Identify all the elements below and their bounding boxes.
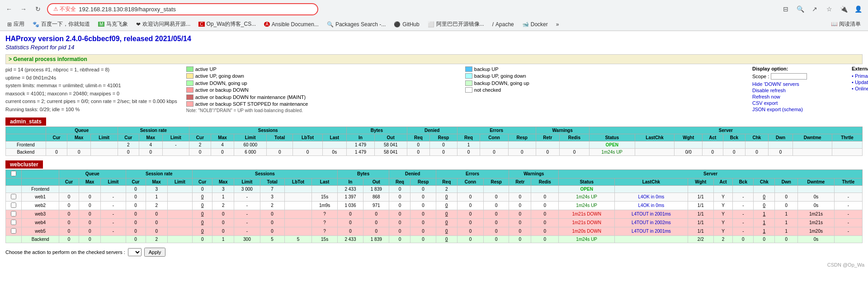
td-e-resp: 0 [484, 227, 509, 235]
json-export-link[interactable]: JSON export (schema) [752, 107, 843, 112]
td-act: Y [713, 193, 732, 201]
td-sr-cur: 0 [126, 218, 146, 227]
bookmark-baidu[interactable]: 🐾 百度一下，你就知道 [29, 19, 94, 29]
th-session-rate: Session rate [118, 127, 189, 134]
web5-checkbox[interactable] [11, 228, 16, 234]
td-status: 1m24s UP [589, 148, 635, 155]
td-q-lim [90, 141, 118, 148]
th-e-req: Req [436, 178, 457, 185]
td-d-req: 0 [389, 193, 410, 201]
address-input[interactable] [79, 6, 312, 13]
web3-checkbox[interactable] [11, 211, 16, 216]
td-d-req: 0 [389, 185, 410, 193]
proc-line-1: pid = 14 (process #1, nbproc = 1, nbthre… [5, 66, 177, 74]
td-status: 1m24s UP [559, 235, 615, 243]
td-cb[interactable] [6, 201, 22, 210]
updates-link[interactable]: • Updates (v2.4) [852, 80, 868, 85]
td-w-retr: 0 [509, 227, 531, 235]
primary-site-link[interactable]: • Primary site [852, 73, 868, 79]
td-s-lbtot [284, 193, 312, 201]
back-button[interactable]: ← [4, 4, 14, 14]
td-status: 1m24s UP [559, 193, 615, 201]
web1-checkbox[interactable] [11, 194, 16, 199]
bookmark-csdn[interactable]: C Op_Wa的博客_CS... [195, 19, 259, 29]
td-cb[interactable] [6, 227, 22, 235]
apache-icon: / [492, 21, 494, 28]
th-bck: Bck [723, 134, 745, 141]
td-act: 0 [703, 148, 723, 155]
forward-button[interactable]: → [18, 4, 29, 14]
td-e-req: 1 [457, 141, 480, 148]
bookmark-github[interactable]: ⚫ GitHub [390, 20, 423, 28]
td-cb[interactable] [6, 193, 22, 201]
select-all-checkbox[interactable] [11, 171, 16, 176]
th-e-conn: Conn [480, 134, 509, 141]
bookmark-netease[interactable]: ❤ 欢迎访问网易开源... [132, 19, 194, 29]
apply-button[interactable]: Apply [144, 248, 166, 257]
web2-checkbox[interactable] [11, 202, 16, 208]
action-select[interactable] [128, 248, 142, 256]
td-s-lim: - [234, 227, 260, 235]
hide-down-servers-link[interactable]: Hide 'DOWN' servers [752, 81, 843, 87]
profile-button[interactable]: 👤 [852, 3, 864, 15]
legend-note: Note: "NOLB"/"DRAIN" = UP with load-bala… [186, 108, 743, 114]
bookmark-button[interactable]: ☆ [823, 3, 835, 15]
bookmark-ansible[interactable]: A Ansible Documen... [260, 20, 322, 28]
td-bck: - [733, 201, 754, 210]
disable-refresh-link[interactable]: Disable refresh [752, 88, 843, 93]
td-q-max [67, 141, 91, 148]
bookmark-maxiang[interactable]: M 马克飞象 [94, 19, 132, 29]
bookmark-reader[interactable]: 📖 阅读清单 [827, 19, 864, 29]
th-wght: Wght [675, 134, 703, 141]
packages-icon: 🔍 [327, 21, 334, 28]
td-s-last [312, 185, 337, 193]
td-thrtle: - [834, 210, 862, 218]
td-s-last: ? [312, 218, 337, 227]
td-thrtle: - [834, 193, 862, 201]
th-col-name [22, 178, 59, 185]
th-wght: Wght [688, 178, 713, 185]
td-q-max: 0 [79, 218, 101, 227]
td-cb[interactable] [6, 218, 22, 227]
search-button[interactable]: 🔍 [794, 3, 807, 15]
web4-checkbox[interactable] [11, 220, 16, 225]
th-s-last: Last [312, 178, 337, 185]
bookmark-alibaba[interactable]: ⬜ 阿里巴巴开源镜像... [424, 19, 488, 29]
td-b-in: 1 397 [337, 193, 363, 201]
td-cb[interactable] [6, 210, 22, 218]
reload-button[interactable]: ↻ [33, 4, 43, 14]
bookmark-more[interactable]: » [552, 20, 563, 28]
page-title: HAProxy version 2.4.0-6cbbecf09, release… [5, 35, 863, 43]
td-status: 1m24s UP [559, 201, 615, 210]
share-button[interactable]: ↗ [808, 3, 821, 15]
td-e-resp: 0 [484, 193, 509, 201]
td-q-lim: - [101, 218, 126, 227]
td-sr-cur: 0 [126, 201, 146, 210]
extension-button[interactable]: 🔌 [837, 3, 850, 15]
th-b-in: In [347, 134, 375, 141]
cast-button[interactable]: ⊟ [779, 3, 792, 15]
td-d-req: 0 [389, 218, 410, 227]
td-d-req: 0 [389, 227, 410, 235]
td-q-lim: - [101, 227, 126, 235]
bookmark-packages[interactable]: 🔍 Packages Search -... [323, 20, 389, 28]
td-lastchk: L4TOUT in 2002ms [615, 218, 688, 227]
bookmark-apache[interactable]: / Apache [489, 20, 518, 28]
td-s-cur: 0 [193, 193, 212, 201]
td-s-cur: 0 [193, 201, 212, 210]
th-sr-max: Max [139, 134, 163, 141]
scope-row: Scope : [752, 73, 843, 80]
td-d-req: 0 [389, 201, 410, 210]
proc-line-4: maxsock = 41001; maxconn = 20480; maxpip… [5, 90, 177, 98]
general-info-header[interactable]: > General process information [5, 54, 863, 64]
scope-input[interactable] [771, 73, 807, 80]
online-manual-link[interactable]: • Online manual [852, 86, 868, 91]
legend-backup-up-going-down: backup UP, going down [465, 73, 743, 80]
th-e-req: Req [457, 134, 480, 141]
refresh-now-link[interactable]: Refresh now [752, 94, 843, 99]
bookmark-apps[interactable]: ⊞ 应用 [4, 19, 28, 29]
td-s-cur: 0 [189, 148, 211, 155]
bookmark-docker[interactable]: 🐋 Docker [519, 20, 552, 28]
td-bck: - [733, 193, 754, 201]
csv-export-link[interactable]: CSV export [752, 100, 843, 106]
